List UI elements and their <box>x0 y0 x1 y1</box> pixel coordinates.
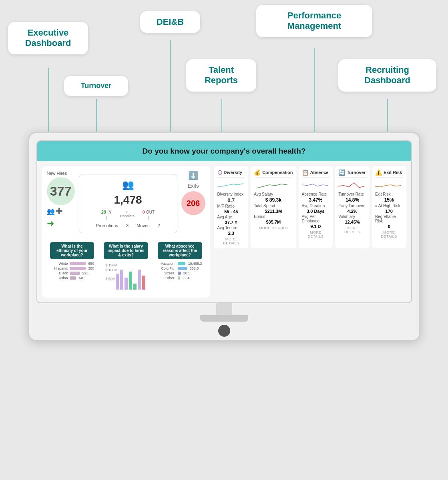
talent-reports-label[interactable]: Talent Reports <box>186 59 256 92</box>
center-stats: 👥 1,478 29 IN ↑ ↕ <box>79 171 177 236</box>
absence-stress: Stress 30.5 <box>158 271 202 275</box>
green-arrow: ➜ <box>47 218 75 229</box>
at-high-risk-row: # At High Risk <box>375 203 403 209</box>
diversity-index-val: 0.7 <box>217 197 245 203</box>
left-top-row: New Hires 377 👥 ➕ ➜ <box>47 171 205 236</box>
avg-per-emp-val: 9.1 D <box>302 224 330 229</box>
deib-label[interactable]: DEI&B <box>140 11 200 33</box>
early-turnover-val: 4.2% <box>338 209 366 214</box>
diversity-header: ⬡ Diversity <box>217 169 245 178</box>
exit-risk-more[interactable]: MORE DETAILS <box>375 230 403 238</box>
voluntary-row: Voluntary <box>338 214 366 220</box>
exit-risk-sparkline <box>375 179 403 190</box>
new-hires-section: New Hires 377 👥 ➕ ➜ <box>47 171 75 229</box>
analytics-row: What is the ethnicity of your workplace?… <box>47 239 205 293</box>
executive-dashboard-label[interactable]: Executive Dashboard <box>8 22 88 54</box>
screen-content: New Hires 377 👥 ➕ ➜ <box>37 161 411 302</box>
in-out-row: 29 IN ↑ ↕ Transfers 0 <box>86 210 171 221</box>
monitor-stand <box>200 315 248 322</box>
absence-coldflu: Cold/Flu 358.3 <box>158 266 202 270</box>
avg-duration-val: 3.0 Days <box>302 209 330 214</box>
turnover-icon: 🔄 <box>338 169 345 176</box>
avg-tenure-val: 2.3 <box>217 231 245 236</box>
performance-management-label[interactable]: Performance Management <box>256 5 372 37</box>
absence-icon: 📋 <box>302 169 309 176</box>
ethnicity-card: What is the ethnicity of your workplace?… <box>47 239 98 293</box>
diversity-card: ⬡ Diversity Diversity Index 0.7 <box>214 166 249 248</box>
salary-impact-title: What is the salary impact due to hires &… <box>104 242 148 259</box>
diversity-index-row: Diversity Index <box>217 191 245 197</box>
monitor-wrapper: Do you know your company's overall healt… <box>0 132 448 341</box>
absence-sparkline <box>302 179 330 190</box>
compensation-card: 💰 Compensation Avg Salary $ 89.3k <box>251 166 296 248</box>
recruiting-dashboard-label[interactable]: Recruiting Dashboard <box>338 59 436 92</box>
early-turnover-row: Early Turnover <box>338 203 366 209</box>
avg-age-val: 37.7 Y <box>217 220 245 225</box>
turnover-rate-row: Turnover Rate <box>338 191 366 197</box>
absence-reasons-title: What abscence reasons affect the workpla… <box>158 242 202 259</box>
exit-risk-card: ⚠️ Exit Risk Exit Risk 15% # At <box>372 166 406 248</box>
at-high-risk-val: 170 <box>375 209 403 214</box>
bonus-val: $35.7M <box>254 220 293 224</box>
exit-risk-header: ⚠️ Exit Risk <box>375 169 403 178</box>
turnover-label[interactable]: Turnover <box>64 76 128 96</box>
salary-impact-card: What is the salary impact due to hires &… <box>100 239 151 293</box>
total-spend-row: Total Spend <box>254 203 293 209</box>
turnover-header: 🔄 Turnover <box>338 169 366 178</box>
voluntary-val: 12.45% <box>338 220 366 224</box>
avg-duration-row: Avg Duration <box>302 203 330 209</box>
exits-circle: 206 <box>181 191 205 215</box>
diversity-sparkline <box>217 179 245 190</box>
absence-rate-val: 3.47% <box>302 197 330 203</box>
absence-vacation: Vacation 10,465.3 <box>158 262 202 266</box>
new-hires-label: New Hires <box>47 171 75 176</box>
absence-rate-row: Absence Rate <box>302 191 330 197</box>
absence-header: 📋 Absence <box>302 169 330 178</box>
transfers-section: ↕ Transfers <box>119 210 135 221</box>
avg-salary-row: Avg Salary <box>254 191 293 197</box>
asian-bar <box>70 276 76 280</box>
white-bar <box>70 262 86 265</box>
employee-count: 1,478 <box>86 194 171 206</box>
left-panel: New Hires 377 👥 ➕ ➜ <box>42 166 210 298</box>
absence-card: 📋 Absence Absence Rate 3.47% A <box>299 166 333 248</box>
below-monitor <box>0 341 448 381</box>
comp-more[interactable]: MORE DETAILS <box>254 226 293 230</box>
exits-section: ⬇️ Exits 206 <box>181 171 205 215</box>
exit-risk-rate-val: 15% <box>375 197 403 203</box>
monitor-base <box>36 303 412 340</box>
employee-icon: 👥 <box>86 179 171 190</box>
hires-icons: 👥 ➕ <box>47 208 75 215</box>
turnover-more[interactable]: MORE DETAILS <box>338 226 366 234</box>
exit-risk-rate-row: Exit Risk <box>375 191 403 197</box>
in-section: 29 IN ↑ <box>101 210 111 221</box>
mf-ratio-val: 55 : 45 <box>217 209 245 214</box>
bonus-row: Bonus <box>254 214 293 220</box>
regrettable-risk-row: Regrettable Risk <box>375 214 403 224</box>
monitor-button <box>218 325 230 337</box>
avg-salary-val: $ 89.3k <box>254 197 293 203</box>
promotions-row: Promotions 3 Moves 2 <box>86 223 171 228</box>
absence-other: Other 22.4 <box>158 276 202 280</box>
turnover-card: 🔄 Turnover Turnover Rate 14.8% <box>335 166 370 248</box>
ethnicity-row-asian: Asian 140 <box>50 276 94 280</box>
comp-sparkline <box>254 179 293 190</box>
ethnicity-title: What is the ethnicity of your workplace? <box>50 242 94 259</box>
avg-tenure-row: Avg Tenure <box>217 225 245 231</box>
diversity-more[interactable]: MORE DETAILS <box>217 237 245 245</box>
mf-ratio-row: M/F Ratio <box>217 203 245 209</box>
diversity-icon: ⬡ <box>217 169 222 176</box>
ethnicity-row-hispanic: Hispanic 380 <box>50 266 94 270</box>
labels-area: Executive Dashboard Turnover DEI&B Talen… <box>0 0 448 132</box>
employee-block: 👥 1,478 29 IN ↑ ↕ <box>79 174 177 233</box>
exit-risk-icon: ⚠️ <box>375 169 382 176</box>
ethnicity-row-white: White 659 <box>50 262 94 266</box>
absence-more[interactable]: MORE DETAILS <box>302 230 330 238</box>
salary-chart: $ 150M $ 100M $ 50M <box>104 262 148 290</box>
total-spend-val: $211.3M <box>254 209 293 214</box>
ethnicity-bars: White 659 Hispanic 380 <box>50 262 94 280</box>
absence-reasons-card: What abscence reasons affect the workpla… <box>155 239 205 293</box>
turnover-sparkline <box>338 179 366 190</box>
black-bar <box>70 272 80 275</box>
absence-bars: Vacation 10,465.3 Cold/Flu 358.3 <box>158 262 202 280</box>
